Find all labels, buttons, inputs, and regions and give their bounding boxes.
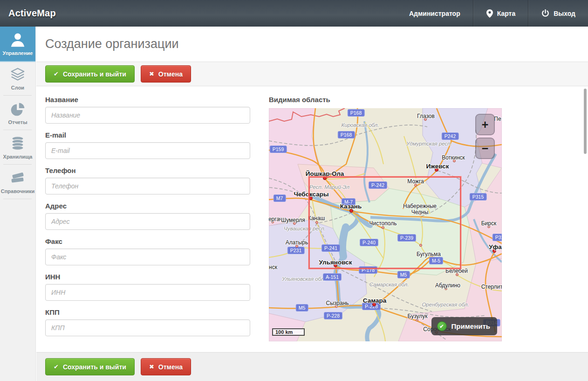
city-label: Пе <box>494 116 501 122</box>
sidebar: УправлениеСлоиОтчетыХранилищаСправочники <box>0 27 36 381</box>
user-name-label: Администратор <box>409 10 460 17</box>
organization-form: НазваниеE-mailТелефонАдресФаксИННКПП <box>45 96 250 352</box>
road-badge: Р-228 <box>324 312 342 319</box>
email-label: E-mail <box>45 131 250 139</box>
vertical-scrollbar-thumb[interactable] <box>584 89 587 154</box>
city-label: Стерлита <box>481 284 502 290</box>
form-group-phone: Телефон <box>45 166 250 194</box>
bottom-toolbar: ✔ Сохранить и выйти ✖ Отмена <box>36 352 588 381</box>
cancel-button-bottom[interactable]: ✖ Отмена <box>141 358 191 375</box>
main-content: Создание организации ✔ Сохранить и выйти… <box>36 27 588 381</box>
city-label: Самара <box>363 297 387 304</box>
database-icon <box>0 134 35 154</box>
kpp-label: КПП <box>45 308 250 316</box>
email-input[interactable] <box>45 142 250 159</box>
city-label: Сызрань <box>326 300 349 306</box>
road-badge: Р315 <box>492 234 502 241</box>
phone-input[interactable] <box>45 178 250 194</box>
region-label: Удмуртская респ. <box>406 141 452 146</box>
city-label: Абдулино <box>435 282 460 289</box>
top-navbar: ActiveMap Администратор Карта Выход <box>0 0 588 27</box>
logout-link[interactable]: Выход <box>529 0 588 27</box>
city-label: ергач <box>269 216 282 222</box>
pie-chart-icon <box>0 100 35 119</box>
map-scale-bar: 100 km <box>272 328 305 336</box>
form-group-name: Название <box>45 96 250 124</box>
city-label: Ижевск <box>426 163 449 170</box>
form-group-kpp: КПП <box>45 308 250 336</box>
sidebar-item-dictionaries[interactable]: Справочники <box>0 165 35 199</box>
city-label: Бузулук <box>408 313 428 319</box>
top-toolbar: ✔ Сохранить и выйти ✖ Отмена <box>36 62 588 86</box>
map-widget[interactable]: Кировская обл.Удмуртская респ.Респ. Мари… <box>269 108 502 341</box>
sidebar-item-management[interactable]: Управление <box>0 27 35 61</box>
sidebar-item-label: Управление <box>0 50 35 56</box>
x-icon: ✖ <box>149 363 154 370</box>
road-badge: Р231 <box>287 247 305 254</box>
sidebar-item-label: Слои <box>0 85 35 90</box>
save-button-label: Сохранить и выйти <box>63 363 126 371</box>
check-icon: ✔ <box>54 363 59 370</box>
map-selection-rectangle[interactable] <box>308 176 461 269</box>
city-label: Бирск <box>481 220 497 227</box>
sidebar-item-layers[interactable]: Слои <box>0 61 35 96</box>
user-icon <box>0 31 35 50</box>
cancel-button-label: Отмена <box>158 363 183 371</box>
sidebar-item-label: Справочники <box>0 188 35 194</box>
address-input[interactable] <box>45 213 250 230</box>
apply-button[interactable]: ✔ Применить <box>431 317 497 335</box>
kpp-input[interactable] <box>45 319 250 336</box>
region-label: Самарская обл. <box>369 282 409 287</box>
road-badge: Р242 <box>442 132 459 140</box>
road-badge: А-151 <box>323 273 342 281</box>
save-button-bottom[interactable]: ✔ Сохранить и выйти <box>45 358 135 375</box>
page-header: Создание организации <box>36 27 588 62</box>
city-label: Алатырь <box>286 239 308 246</box>
logout-label: Выход <box>554 10 575 17</box>
form-group-inn: ИНН <box>45 273 250 301</box>
app-logo: ActiveMap <box>0 8 56 19</box>
form-group-address: Адрес <box>45 202 250 230</box>
form-group-email: E-mail <box>45 131 250 159</box>
apply-button-label: Применить <box>451 322 490 330</box>
name-input[interactable] <box>45 107 250 124</box>
city-label: Уфа <box>489 243 502 250</box>
map-link[interactable]: Карта <box>474 0 528 27</box>
region-label: Оренбургская обл. <box>422 302 469 307</box>
road-badge: Р159 <box>270 145 287 153</box>
cancel-button[interactable]: ✖ Отмена <box>141 65 191 83</box>
power-icon <box>541 9 549 17</box>
road-badge: М5 <box>296 304 308 312</box>
x-icon: ✖ <box>149 70 154 77</box>
zoom-in-button[interactable]: + <box>475 114 495 135</box>
visible-area-section: Видимая область <box>269 96 502 352</box>
user-menu[interactable]: Администратор <box>397 0 473 27</box>
save-button[interactable]: ✔ Сохранить и выйти <box>45 65 135 83</box>
sidebar-item-reports[interactable]: Отчеты <box>0 96 35 130</box>
check-circle-icon: ✔ <box>437 321 447 331</box>
region-label: Кировская обл. <box>342 122 379 128</box>
city-label: Воткинск <box>442 154 465 161</box>
map-zoom-controls: + − <box>475 114 495 161</box>
road-badge: Р315 <box>470 193 487 201</box>
map-link-label: Карта <box>497 10 516 17</box>
phone-label: Телефон <box>45 166 250 174</box>
address-label: Адрес <box>45 202 250 210</box>
sidebar-item-storages[interactable]: Хранилища <box>0 130 35 165</box>
name-label: Название <box>45 96 250 104</box>
inn-input[interactable] <box>45 284 250 301</box>
zoom-out-button[interactable]: − <box>475 138 495 159</box>
sidebar-item-label: Хранилища <box>0 154 35 159</box>
inn-label: ИНН <box>45 273 250 281</box>
city-label: Глазов <box>417 113 435 119</box>
road-badge: М7 <box>273 194 286 202</box>
road-badge: Р168 <box>348 109 365 117</box>
city-label: Шумерля <box>281 217 305 223</box>
sidebar-item-label: Отчеты <box>0 119 35 125</box>
road-badge: М5 <box>397 271 410 278</box>
check-icon: ✔ <box>54 70 59 77</box>
map-pin-icon <box>486 9 493 18</box>
save-button-label: Сохранить и выйти <box>63 70 126 78</box>
fax-input[interactable] <box>45 249 250 265</box>
cancel-button-label: Отмена <box>158 70 183 78</box>
